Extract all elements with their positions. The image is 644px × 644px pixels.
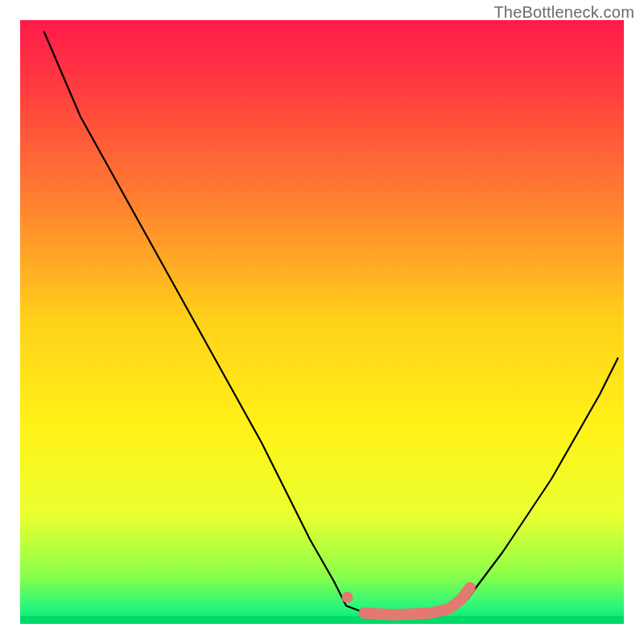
attribution-label: TheBottleneck.com	[493, 3, 634, 22]
chart-background	[20, 20, 624, 624]
highlight-dot	[342, 592, 353, 603]
chart-baseline-strip	[20, 616, 624, 624]
chart-svg	[0, 0, 644, 644]
bottleneck-chart: TheBottleneck.com	[0, 0, 644, 644]
